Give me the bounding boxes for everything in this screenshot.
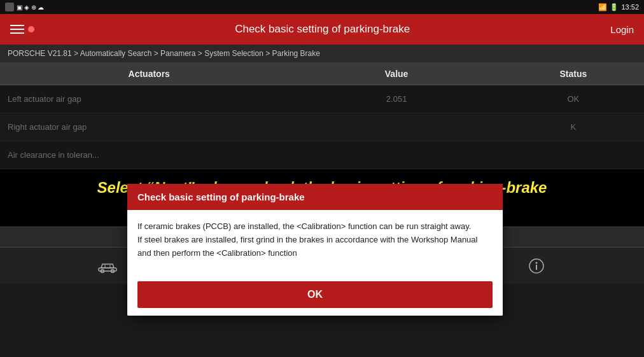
time-display: 13:52 <box>621 3 639 11</box>
header: Check basic setting of parking-brake Log… <box>0 14 644 45</box>
col-header-value: Value <box>290 69 502 79</box>
dialog-ok-button[interactable]: OK <box>137 281 493 308</box>
car-icon <box>97 257 118 275</box>
breadcrumb-text: PORSCHE V21.81 > Automatically Search > … <box>8 49 320 58</box>
header-dot <box>28 26 34 32</box>
dialog-title: Check basic setting of parking-brake <box>137 192 493 202</box>
wifi-icon: 📶 <box>598 3 607 11</box>
info-icon <box>526 257 547 275</box>
status-bar-right: 📶 🔋 13:52 <box>598 3 639 11</box>
dialog-body: If ceramic brakes (PCCB) are installed, … <box>127 210 503 274</box>
col-header-actuators: Actuators <box>0 69 290 79</box>
status-bar: ▣ ◈ ⊕ ☁ 📶 🔋 13:52 <box>0 0 644 14</box>
login-button[interactable]: Login <box>610 24 634 35</box>
dialog-overlay <box>0 85 644 169</box>
dialog-header: Check basic setting of parking-brake <box>127 184 503 210</box>
dialog-footer: OK <box>127 274 503 316</box>
header-title: Check basic setting of parking-brake <box>34 23 610 36</box>
dialog-message: If ceramic brakes (PCCB) are installed, … <box>137 220 493 260</box>
dialog: Check basic setting of parking-brake If … <box>127 184 503 316</box>
breadcrumb: PORSCHE V21.81 > Automatically Search > … <box>0 45 644 62</box>
col-header-status: Status <box>503 69 644 79</box>
app-icon <box>5 3 14 11</box>
table-body: Left actuator air gap 2.051 OK Right act… <box>0 85 644 169</box>
battery-icon: 🔋 <box>610 3 619 11</box>
signal-icons: ▣ ◈ ⊕ ☁ <box>17 4 44 11</box>
nav-item-carscan[interactable] <box>97 257 118 275</box>
nav-item-info[interactable] <box>526 257 547 275</box>
svg-point-11 <box>536 262 538 263</box>
table-header: Actuators Value Status <box>0 62 644 85</box>
menu-button[interactable] <box>10 25 24 34</box>
status-bar-left: ▣ ◈ ⊕ ☁ <box>5 3 44 11</box>
